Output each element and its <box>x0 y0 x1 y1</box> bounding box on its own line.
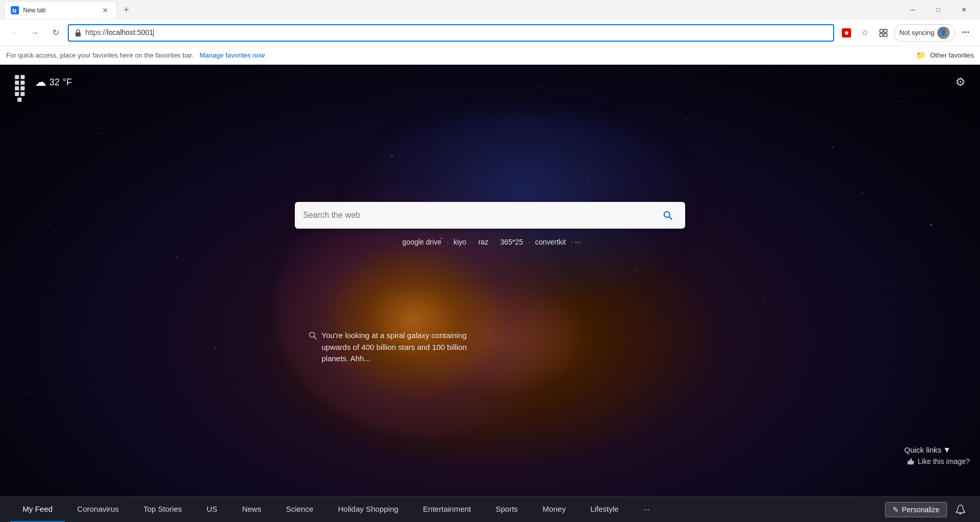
tab-close-button[interactable]: ✕ <box>100 5 110 15</box>
quick-link-365[interactable]: 365*25 <box>497 237 526 247</box>
quick-link-raz[interactable]: raz <box>475 237 491 247</box>
settings-button[interactable]: ⚙ <box>951 73 970 91</box>
weather-cloud-icon: ☁ <box>35 76 46 89</box>
url-protocol: https:// <box>85 28 107 36</box>
grid-dot <box>15 81 19 85</box>
quick-links-toggle[interactable]: Quick links ▾ <box>904 444 949 455</box>
svg-rect-3 <box>880 29 883 32</box>
svg-rect-2 <box>76 32 81 36</box>
like-icon <box>907 457 915 465</box>
nav-item-money-label: Money <box>542 505 566 513</box>
nav-item-coronavirus-label: Coronavirus <box>77 505 119 513</box>
chevron-down-icon: ▾ <box>945 444 949 455</box>
nav-item-news[interactable]: News <box>230 497 274 523</box>
profile-avatar: 👤 <box>937 27 950 39</box>
top-right-settings: ⚙ <box>951 73 970 91</box>
tab-favicon: N <box>11 6 19 14</box>
image-caption-text: You're looking at a spiral galaxy contai… <box>322 330 473 365</box>
tab-title: New tab <box>23 7 96 14</box>
minimize-button[interactable]: ─ <box>901 2 925 18</box>
extensions-icon[interactable]: ■ <box>838 25 855 41</box>
svg-rect-6 <box>884 33 887 36</box>
quick-link-google-drive[interactable]: google drive <box>399 237 444 247</box>
address-bar: ← → ↻ https://localhost:5001 ■ ☆ <box>0 20 980 46</box>
url-text: https://localhost:5001 <box>85 28 828 37</box>
notifications-bell-button[interactable] <box>951 500 970 519</box>
dot-separator: · <box>494 238 495 246</box>
nav-item-top-stories[interactable]: Top Stories <box>131 497 194 523</box>
nav-item-more[interactable]: ··· <box>631 497 662 523</box>
weather-temperature: 32 <box>49 77 60 88</box>
favorites-bar: For quick access, place your favorites h… <box>0 46 980 65</box>
like-image-button[interactable]: Like this image? <box>907 457 970 465</box>
nav-item-holiday-shopping-label: Holiday Shopping <box>338 505 399 513</box>
nav-item-sports[interactable]: Sports <box>483 497 530 523</box>
bottom-nav: My Feed Coronavirus Top Stories US News … <box>0 496 980 522</box>
maximize-button[interactable]: □ <box>927 2 950 18</box>
caption-search-icon[interactable] <box>308 331 317 343</box>
nav-item-holiday-shopping[interactable]: Holiday Shopping <box>326 497 411 523</box>
weather-widget[interactable]: ☁ 32 °F <box>35 76 72 89</box>
nav-item-lifestyle-label: Lifestyle <box>590 505 618 513</box>
bell-icon <box>955 504 966 515</box>
close-button[interactable]: ✕ <box>952 2 976 18</box>
like-image-label: Like this image? <box>918 457 970 465</box>
nav-item-science-label: Science <box>286 505 313 513</box>
search-button[interactable] <box>658 206 677 225</box>
manage-favorites-link[interactable]: Manage favorites now <box>200 51 265 59</box>
grid-dot <box>15 92 19 96</box>
url-host: localhost:5001 <box>107 28 153 36</box>
collections-svg <box>879 28 888 38</box>
svg-rect-5 <box>880 33 883 36</box>
dot-separator: · <box>447 238 448 246</box>
dot-separator: · <box>472 238 473 246</box>
new-tab-page: ☁ 32 °F ⚙ google drive · <box>0 65 980 522</box>
svg-line-10 <box>314 337 316 339</box>
quick-link-more[interactable]: ··· <box>575 238 581 246</box>
nav-item-my-feed[interactable]: My Feed <box>10 497 65 523</box>
search-box <box>295 202 685 229</box>
quick-link-convertkit[interactable]: convertkit <box>532 237 569 247</box>
refresh-button[interactable]: ↻ <box>47 25 64 41</box>
favorites-star-icon[interactable]: ☆ <box>857 25 873 41</box>
nav-item-my-feed-label: My Feed <box>23 505 52 513</box>
nav-item-science[interactable]: Science <box>274 497 326 523</box>
nav-item-coronavirus[interactable]: Coronavirus <box>65 497 131 523</box>
quick-link-kiyo[interactable]: kiyo <box>450 237 469 247</box>
nav-item-more-label: ··· <box>643 505 650 513</box>
apps-grid-button[interactable] <box>10 73 29 91</box>
cursor <box>153 29 154 37</box>
window-controls: ─ □ ✕ <box>901 2 976 18</box>
search-input[interactable] <box>303 211 653 220</box>
new-tab-button[interactable]: + <box>119 3 134 17</box>
browser-frame: N New tab ✕ + ─ □ ✕ ← → ↻ https://localh… <box>0 0 980 522</box>
svg-text:N: N <box>12 8 16 14</box>
more-options-button[interactable]: ··· <box>957 25 974 41</box>
back-button[interactable]: ← <box>6 25 23 41</box>
url-bar[interactable]: https://localhost:5001 <box>68 24 834 42</box>
red-extension-badge: ■ <box>842 28 851 38</box>
quick-links: google drive · kiyo · raz · 365*25 · con… <box>399 237 580 247</box>
nav-item-entertainment[interactable]: Entertainment <box>411 497 483 523</box>
nav-item-lifestyle[interactable]: Lifestyle <box>578 497 631 523</box>
sync-label: Not syncing <box>899 29 934 36</box>
personalize-icon: ✎ <box>893 506 899 514</box>
active-tab[interactable]: N New tab ✕ <box>4 1 117 18</box>
other-favorites-button[interactable]: 📁 Other favorites <box>916 50 974 60</box>
nav-item-money[interactable]: Money <box>530 497 578 523</box>
grid-dot <box>17 98 22 102</box>
toolbar-icons: ■ ☆ Not syncing 👤 ··· <box>838 24 974 42</box>
collections-icon[interactable] <box>875 25 892 41</box>
search-icon <box>663 210 673 220</box>
folder-icon: 📁 <box>916 50 926 60</box>
top-left-widgets: ☁ 32 °F <box>10 73 72 91</box>
sync-button[interactable]: Not syncing 👤 <box>894 24 955 42</box>
personalize-button[interactable]: ✎ Personalize <box>885 502 947 517</box>
forward-button[interactable]: → <box>27 25 43 41</box>
personalize-label: Personalize <box>902 506 939 514</box>
nav-item-us[interactable]: US <box>194 497 230 523</box>
favorites-hint-text: For quick access, place your favorites h… <box>6 51 194 59</box>
lock-icon <box>74 29 82 37</box>
caption-search-svg <box>308 331 317 340</box>
nav-actions: ✎ Personalize <box>885 500 970 519</box>
